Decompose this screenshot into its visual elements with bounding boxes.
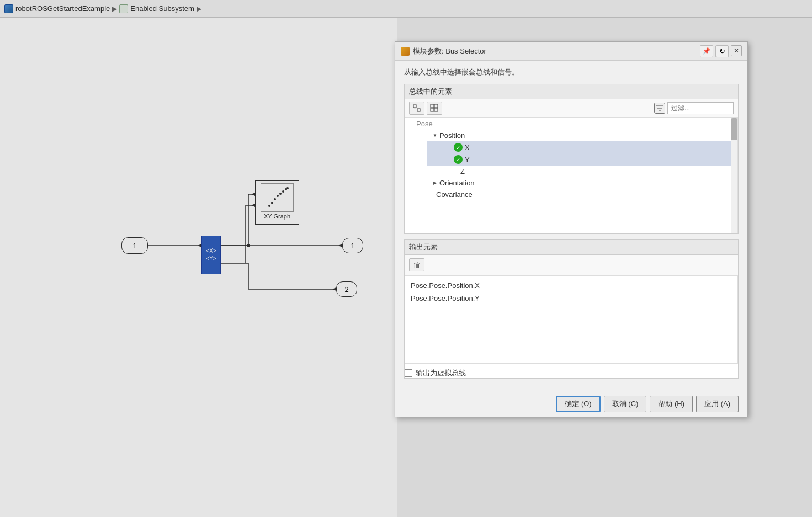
virtual-bus-label: 输出为虚拟总线 xyxy=(416,368,466,378)
filter-icon-button[interactable] xyxy=(654,103,665,114)
tree-item-x-label: X xyxy=(465,143,470,152)
x-check-icon: ✓ xyxy=(454,143,463,152)
tree-item-orientation-label: Orientation xyxy=(439,179,475,187)
svg-rect-25 xyxy=(413,105,416,108)
output-item-x[interactable]: Pose.Pose.Position.X xyxy=(410,279,733,292)
svg-rect-32 xyxy=(434,108,438,111)
bus-selector-dialog: 模块参数: Bus Selector 📌 ↻ ✕ 从输入总线中选择嵌套总线和信号… xyxy=(395,41,748,417)
tree-item-pose[interactable]: Pose xyxy=(405,118,737,130)
bus-toolbar xyxy=(405,99,738,118)
tree-item-y-label: Y xyxy=(465,156,470,164)
tree-item-x[interactable]: ✓ X xyxy=(427,141,737,153)
tree-scrollbar-thumb[interactable] xyxy=(731,118,737,140)
orientation-expand-icon xyxy=(432,180,438,186)
collapse-all-button[interactable] xyxy=(427,102,442,115)
y-check-icon: ✓ xyxy=(454,155,463,164)
tree-scrollbar-track[interactable] xyxy=(731,118,737,233)
tree-item-covariance[interactable]: Covariance xyxy=(416,189,737,200)
dialog-close-button[interactable]: ✕ xyxy=(731,45,742,56)
tree-item-position[interactable]: Position xyxy=(416,130,737,141)
virtual-bus-checkbox[interactable] xyxy=(405,369,412,377)
output-list[interactable]: Pose.Pose.Position.X Pose.Pose.Position.… xyxy=(405,275,738,364)
dialog-title-text: 模块参数: Bus Selector xyxy=(413,46,486,56)
output-item-x-text: Pose.Pose.Position.X xyxy=(411,281,480,290)
filter-input[interactable] xyxy=(667,102,734,114)
dialog-footer: 确定 (O) 取消 (C) 帮助 (H) 应用 (A) xyxy=(395,391,747,417)
position-expand-icon xyxy=(432,132,438,139)
expand-all-button[interactable] xyxy=(409,102,424,115)
tree-list[interactable]: Pose Position ✓ X ✓ Y xyxy=(405,118,738,233)
cancel-button[interactable]: 取消 (C) xyxy=(604,396,647,412)
tree-item-pose-label: Pose xyxy=(416,120,433,128)
tree-item-covariance-label: Covariance xyxy=(436,190,473,199)
tree-item-y[interactable]: ✓ Y xyxy=(427,153,737,166)
output-elements-title: 输出元素 xyxy=(409,242,438,252)
output-elements-panel: 输出元素 🗑 Pose.Pose.Position.X Pose.Pose.Po… xyxy=(404,239,739,379)
help-button[interactable]: 帮助 (H) xyxy=(650,396,693,412)
svg-rect-30 xyxy=(434,104,438,108)
dialog-titlebar: 模块参数: Bus Selector 📌 ↻ ✕ xyxy=(395,42,747,61)
tree-item-z[interactable]: Z xyxy=(427,166,737,177)
dialog-body: 从输入总线中选择嵌套总线和信号。 总线中的元素 xyxy=(395,61,747,391)
tree-item-position-label: Position xyxy=(439,131,465,140)
dialog-title: 模块参数: Bus Selector xyxy=(401,46,486,56)
svg-rect-31 xyxy=(431,108,434,111)
filter-area xyxy=(654,102,734,114)
virtual-bus-checkbox-row: 输出为虚拟总线 xyxy=(405,368,738,378)
svg-rect-29 xyxy=(431,104,434,108)
dialog-title-icon xyxy=(401,47,410,56)
bus-elements-header: 总线中的元素 xyxy=(405,84,738,99)
bus-elements-title: 总线中的元素 xyxy=(409,87,452,97)
output-item-y-text: Pose.Pose.Position.Y xyxy=(411,294,480,302)
delete-output-button[interactable]: 🗑 xyxy=(409,258,424,271)
dialog-description: 从输入总线中选择嵌套总线和信号。 xyxy=(404,67,739,77)
ok-button[interactable]: 确定 (O) xyxy=(556,396,600,412)
tree-item-z-label: Z xyxy=(460,167,465,175)
output-elements-header: 输出元素 xyxy=(405,240,738,255)
output-item-y[interactable]: Pose.Pose.Position.Y xyxy=(410,292,733,305)
bus-elements-panel: 总线中的元素 xyxy=(404,84,739,234)
svg-rect-26 xyxy=(417,109,420,111)
tree-item-orientation[interactable]: Orientation xyxy=(416,177,737,189)
dialog-refresh-button[interactable]: ↻ xyxy=(715,45,729,57)
output-panel-toolbar: 🗑 xyxy=(405,255,738,275)
apply-button[interactable]: 应用 (A) xyxy=(696,396,739,412)
dialog-pin-button[interactable]: 📌 xyxy=(700,45,713,57)
